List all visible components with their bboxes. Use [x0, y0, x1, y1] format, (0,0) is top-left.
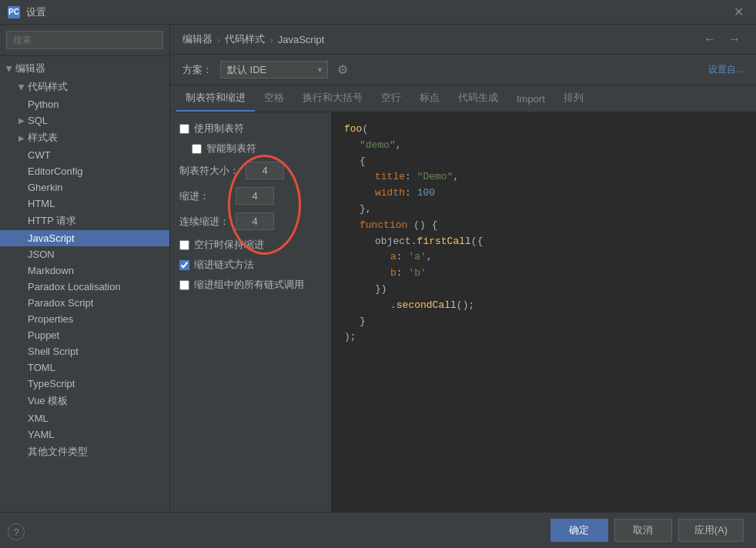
breadcrumb-sep-1: › — [217, 34, 220, 45]
sidebar-item-json[interactable]: JSON — [0, 246, 169, 262]
breadcrumb-code-style: 代码样式 — [225, 32, 265, 46]
right-panel: 编辑器 › 代码样式 › JavaScript ← → 方案： 默认 IDE — [170, 25, 756, 512]
indent-label: 缩进： — [179, 189, 229, 203]
smart-tab-checkbox[interactable] — [192, 144, 202, 154]
sidebar-item-puppet[interactable]: Puppet — [0, 327, 169, 343]
breadcrumb-bar: 编辑器 › 代码样式 › JavaScript ← → — [170, 25, 756, 55]
use-tab-checkbox[interactable] — [179, 124, 189, 134]
tab-size-row: 制表符大小： — [179, 162, 322, 179]
scheme-select[interactable]: 默认 IDE 项目 — [220, 61, 328, 79]
cont-indent-input[interactable] — [236, 212, 274, 230]
cancel-button[interactable]: 取消 — [614, 519, 672, 542]
smart-tab-label[interactable]: 智能制表符 — [206, 142, 256, 155]
cont-indent-label: 连续缩进： — [179, 215, 229, 229]
tabs-bar: 制表符和缩进 空格 换行和大括号 空行 标点 代码生成 Import 排列 — [170, 85, 756, 112]
use-tab-row: 使用制表符 — [179, 122, 322, 135]
scheme-row: 方案： 默认 IDE 项目 ⚙ 设置自... — [170, 55, 756, 85]
gear-button[interactable]: ⚙ — [336, 61, 350, 79]
sidebar-item-typescript[interactable]: TypeScript — [0, 376, 169, 392]
sidebar-label-paradox-script: Paradox Script — [28, 297, 93, 309]
arrow-sql: ▶ — [18, 116, 25, 125]
sidebar-item-toml[interactable]: TOML — [0, 359, 169, 376]
sidebar-item-xml[interactable]: XML — [0, 410, 169, 426]
sidebar-item-properties[interactable]: Properties — [0, 311, 169, 327]
tab-wrap[interactable]: 换行和大括号 — [293, 85, 372, 112]
indent-chained-label[interactable]: 缩进链式方法 — [194, 258, 254, 272]
keep-indent-row: 空行时保持缩进 — [179, 238, 322, 252]
tab-size-label: 制表符大小： — [179, 164, 239, 178]
sidebar-item-style-table[interactable]: ▶ 样式表 — [0, 129, 169, 147]
sidebar-item-javascript[interactable]: JavaScript — [0, 230, 169, 246]
sidebar-label-typescript: TypeScript — [28, 378, 75, 389]
sidebar-label-markdown: Markdown — [28, 265, 74, 276]
cont-indent-row: 连续缩进： — [179, 212, 322, 230]
sidebar-label-http: HTTP 请求 — [28, 214, 76, 228]
apply-button[interactable]: 应用(A) — [678, 519, 744, 542]
forward-button[interactable]: → — [725, 31, 744, 48]
restore-link[interactable]: 设置自... — [708, 63, 744, 76]
sidebar-label-cwt: CWT — [28, 149, 51, 161]
code-line-4: title: "Demo", — [344, 169, 744, 185]
sidebar-item-shell-script[interactable]: Shell Script — [0, 343, 169, 359]
tab-sort[interactable]: 排列 — [554, 85, 593, 112]
sidebar-item-editor[interactable]: ▶ 编辑器 — [0, 59, 169, 78]
indent-input[interactable] — [236, 187, 274, 205]
sidebar-label-vue: Vue 模板 — [28, 394, 68, 408]
indent-chained-checkbox[interactable] — [179, 260, 189, 270]
back-button[interactable]: ← — [701, 31, 719, 48]
sidebar-item-code-style[interactable]: ▶ 代码样式 — [0, 78, 169, 96]
sidebar-item-markdown[interactable]: Markdown — [0, 262, 169, 279]
sidebar-item-editorconfig[interactable]: EditorConfig — [0, 163, 169, 179]
code-line-5: width: 100 — [344, 185, 744, 202]
sidebar-item-gherkin[interactable]: Gherkin — [0, 179, 169, 195]
indent-all-chained-checkbox[interactable] — [179, 280, 189, 290]
code-line-13: } — [344, 314, 744, 330]
code-line-6: }, — [344, 202, 744, 218]
code-line-12: .secondCall(); — [344, 298, 744, 314]
code-line-1: foo( — [344, 122, 744, 138]
sidebar-item-python[interactable]: Python — [0, 96, 169, 112]
sidebar-label-python: Python — [28, 99, 59, 110]
tab-size-input[interactable] — [246, 162, 284, 179]
help-button[interactable]: ? — [8, 523, 25, 540]
tab-punct[interactable]: 标点 — [410, 85, 449, 112]
code-line-7: function () { — [344, 218, 744, 234]
sidebar-item-cwt[interactable]: CWT — [0, 147, 169, 163]
main-container: ▶ 编辑器 ▶ 代码样式 Python ▶ SQL ▶ 样式表 — [0, 25, 756, 548]
use-tab-label[interactable]: 使用制表符 — [194, 122, 244, 135]
tab-space[interactable]: 空格 — [255, 85, 293, 112]
keep-indent-checkbox[interactable] — [179, 240, 189, 250]
search-input[interactable] — [6, 31, 163, 49]
code-line-8: object.firstCall({ — [344, 234, 744, 250]
bottom-bar: ? 确定 取消 应用(A) — [0, 512, 756, 548]
sidebar-item-paradox-localisation[interactable]: Paradox Localisation — [0, 279, 169, 295]
code-line-2: "demo", — [344, 138, 744, 154]
sidebar-item-html[interactable]: HTML — [0, 195, 169, 212]
sidebar-item-other[interactable]: 其他文件类型 — [0, 443, 169, 461]
ok-button[interactable]: 确定 — [550, 519, 608, 542]
code-line-11: }) — [344, 282, 744, 298]
window-title: 设置 — [26, 5, 729, 19]
sidebar-label-other: 其他文件类型 — [28, 445, 88, 459]
arrow-style-table: ▶ — [18, 134, 25, 142]
close-button[interactable]: ✕ — [729, 3, 748, 21]
sidebar-item-vue[interactable]: Vue 模板 — [0, 392, 169, 410]
tab-indent[interactable]: 制表符和缩进 — [176, 85, 255, 112]
sidebar-item-sql[interactable]: ▶ SQL — [0, 112, 169, 129]
keep-indent-label[interactable]: 空行时保持缩进 — [194, 238, 264, 252]
sidebar-label-toml: TOML — [28, 362, 55, 373]
sidebar-item-paradox-script[interactable]: Paradox Script — [0, 295, 169, 311]
indent-all-chained-row: 缩进组中的所有链式调用 — [179, 278, 322, 292]
search-box — [0, 25, 169, 56]
sidebar-item-yaml[interactable]: YAML — [0, 426, 169, 443]
breadcrumb-editor: 编辑器 — [182, 32, 212, 46]
sidebar-label-yaml: YAML — [28, 429, 54, 440]
breadcrumb: 编辑器 › 代码样式 › JavaScript — [182, 32, 324, 46]
tab-import[interactable]: Import — [507, 88, 554, 112]
sidebar-label-editor: 编辑器 — [15, 62, 45, 75]
indent-all-chained-label[interactable]: 缩进组中的所有链式调用 — [194, 278, 304, 292]
tab-blank[interactable]: 空行 — [372, 85, 410, 112]
tab-codegen[interactable]: 代码生成 — [449, 85, 507, 112]
sidebar-item-http[interactable]: HTTP 请求 — [0, 212, 169, 230]
sidebar-label-gherkin: Gherkin — [28, 182, 63, 193]
